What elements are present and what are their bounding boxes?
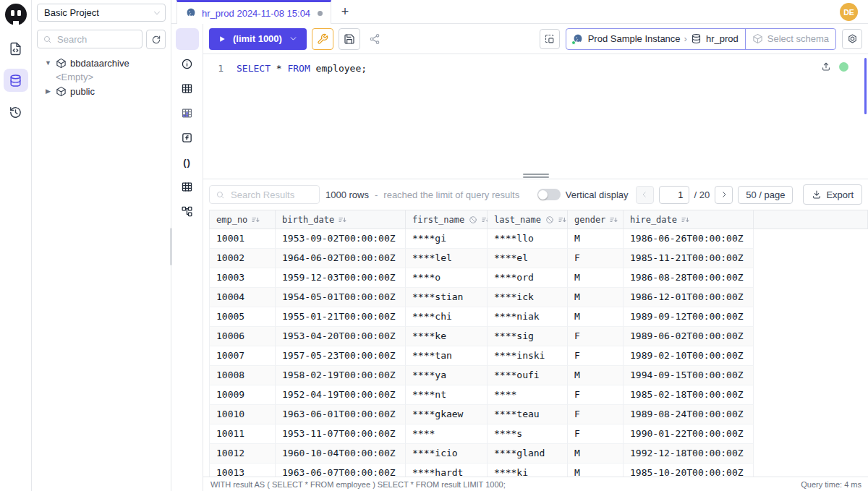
cell[interactable]: M [568,307,624,327]
cell[interactable]: ****ki [488,464,568,477]
cell[interactable]: 1955-01-21T00:00:00Z [276,307,406,327]
cell[interactable]: 10009 [209,385,276,405]
cell[interactable]: ****teau [488,405,568,424]
cell[interactable]: 1989-09-12T00:00:00Z [624,307,754,327]
panel-resizer[interactable] [203,172,868,179]
cell[interactable]: ****gland [488,444,568,464]
cell[interactable]: 1958-02-19T00:00:00Z [276,366,406,385]
results-search-box[interactable] [209,185,320,204]
cell[interactable]: F [568,405,624,424]
cell[interactable]: 1985-10-20T00:00:00Z [624,464,754,477]
cell[interactable]: 1953-09-02T00:00:00Z [276,229,406,249]
cell[interactable]: 1957-05-23T00:00:00Z [276,346,406,366]
cell[interactable]: ****el [488,249,568,268]
export-button[interactable]: Export [803,184,862,205]
cell[interactable]: 1960-10-04T00:00:00Z [276,444,406,464]
cell[interactable]: 1989-08-24T00:00:00Z [624,405,754,424]
worksheet-nav-button[interactable] [4,37,28,60]
results-search-input[interactable] [229,189,313,201]
cell[interactable]: 1989-02-10T00:00:00Z [624,346,754,366]
cell[interactable]: 1964-06-02T00:00:00Z [276,249,406,268]
column-header-gender[interactable]: gender [568,210,624,229]
cell[interactable]: **** [488,385,568,405]
vertical-display-toggle[interactable] [537,189,561,200]
run-query-button[interactable]: (limit 1000) [209,28,307,50]
cell[interactable]: 1985-02-18T00:00:00Z [624,385,754,405]
cell[interactable]: 1990-01-22T00:00:00Z [624,424,754,444]
cell[interactable]: ****gi [406,229,488,249]
cell[interactable]: ****nt [406,385,488,405]
cell[interactable]: 10006 [209,327,276,346]
column-header-birth_date[interactable]: birth_date [276,210,406,229]
cell[interactable]: ****niak [488,307,568,327]
column-header-hire_date[interactable]: hire_date [624,210,754,229]
cell[interactable]: F [568,385,624,405]
editor-scrollbar[interactable] [864,58,867,114]
cell[interactable]: ****icio [406,444,488,464]
cell[interactable]: M [568,464,624,477]
cell[interactable]: ****ick [488,288,568,307]
cell[interactable]: ****sig [488,327,568,346]
cell[interactable]: 10010 [209,405,276,424]
cell[interactable]: 10002 [209,249,276,268]
column-header-first_name[interactable]: first_name [406,210,488,229]
sidebar-search-input[interactable] [56,33,137,46]
prev-page-button[interactable] [636,186,654,204]
project-select[interactable]: Basic Project [37,4,166,22]
cell[interactable]: ****stian [406,288,488,307]
format-sql-button[interactable] [312,28,333,50]
database-nav-button[interactable] [4,69,28,92]
history-nav-button[interactable] [4,101,28,124]
column-header-emp_no[interactable]: emp_no [209,210,276,229]
tree-item-bbdataarchive[interactable]: ▼bbdataarchive [37,56,166,70]
er-diagram-button[interactable] [176,200,199,222]
schema-select[interactable]: Select schema [745,29,835,49]
cell[interactable]: ****oufi [488,366,568,385]
sql-editor[interactable]: 1 SELECT * FROM employee; [203,54,868,172]
external-table-button[interactable] [176,176,199,197]
cell[interactable]: ****o [406,268,488,288]
cell[interactable]: 10003 [209,268,276,288]
caret-right-icon[interactable]: ▶ [44,87,52,95]
cell[interactable]: 1985-11-21T00:00:00Z [624,249,754,268]
cell[interactable]: 1963-06-07T00:00:00Z [276,464,406,477]
next-page-button[interactable] [715,186,733,204]
instance-database-select[interactable]: Prod Sample Instance › hr_prod [566,29,745,49]
info-button[interactable] [176,53,199,74]
cell[interactable]: 10007 [209,346,276,366]
cell[interactable]: M [568,444,624,464]
upload-icon[interactable] [821,61,831,72]
column-header-last_name[interactable]: last_name [488,210,568,229]
cell[interactable]: ****gkaew [406,405,488,424]
cell[interactable]: 1989-06-02T00:00:00Z [624,327,754,346]
function-button[interactable] [176,127,199,148]
new-tab-button[interactable]: + [335,2,355,21]
save-button[interactable] [339,28,360,50]
cell[interactable]: ****tan [406,346,488,366]
cell[interactable]: 10008 [209,366,276,385]
cell[interactable]: F [568,249,624,268]
cell[interactable]: 1986-08-28T00:00:00Z [624,268,754,288]
refresh-button[interactable] [146,30,166,49]
cell[interactable]: M [568,366,624,385]
cell[interactable]: F [568,346,624,366]
cell[interactable]: M [568,288,624,307]
cell[interactable]: 10005 [209,307,276,327]
cell[interactable]: 1963-06-01T00:00:00Z [276,405,406,424]
batch-mode-button[interactable] [540,29,560,49]
cell[interactable]: M [568,268,624,288]
cell[interactable]: 1952-04-19T00:00:00Z [276,385,406,405]
cell[interactable]: 1986-12-01T00:00:00Z [624,288,754,307]
cell[interactable]: 10013 [209,464,276,477]
cell[interactable]: F [568,424,624,444]
cell[interactable]: 1953-11-07T00:00:00Z [276,424,406,444]
cell[interactable]: M [568,229,624,249]
cell[interactable]: 10001 [209,229,276,249]
cell[interactable]: ****hardt [406,464,488,477]
tree-item-public[interactable]: ▶public [37,84,166,98]
cell[interactable]: 1994-09-15T00:00:00Z [624,366,754,385]
cell[interactable]: ****ya [406,366,488,385]
cell[interactable]: 10004 [209,288,276,307]
cell[interactable]: ****ke [406,327,488,346]
cell[interactable]: 10011 [209,424,276,444]
